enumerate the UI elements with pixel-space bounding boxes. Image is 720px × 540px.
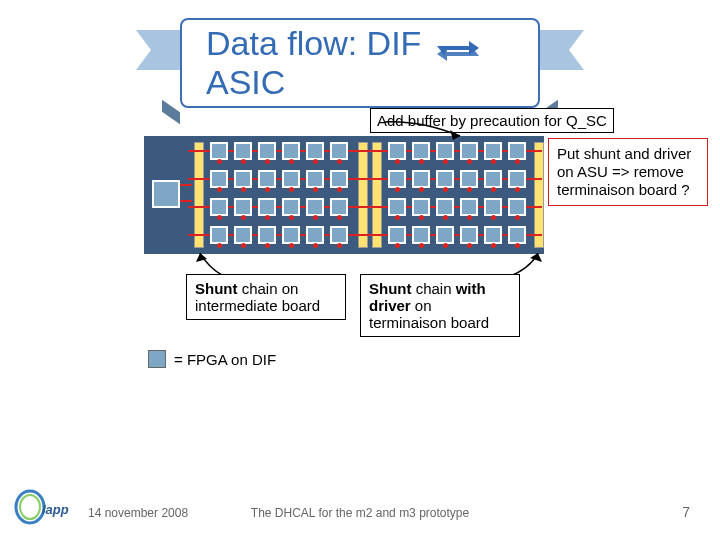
fpga-legend-icon (148, 350, 166, 368)
asic-chip (436, 142, 454, 160)
asic-chip (306, 226, 324, 244)
asic-chip (306, 170, 324, 188)
red-dot (217, 243, 222, 248)
red-dot (515, 243, 520, 248)
asic-chip (436, 198, 454, 216)
asic-chip (330, 170, 348, 188)
asic-chip (484, 142, 502, 160)
asic-chip (306, 198, 324, 216)
red-dot (467, 187, 472, 192)
asic-chip (234, 198, 252, 216)
red-dot (217, 159, 222, 164)
asic-chip (460, 142, 478, 160)
red-dot (313, 187, 318, 192)
asic-chip (508, 198, 526, 216)
red-dot (265, 243, 270, 248)
title-banner: Data flow: DIF ASIC (180, 18, 540, 108)
red-dot (395, 243, 400, 248)
asu-note: Put shunt and driver on ASU => remove te… (548, 138, 708, 206)
asic-chip (412, 226, 430, 244)
red-dot (265, 159, 270, 164)
asic-chip (412, 198, 430, 216)
asic-chip (258, 198, 276, 216)
asic-chip (210, 170, 228, 188)
red-dot (337, 159, 342, 164)
footer-date: 14 november 2008 (88, 506, 188, 520)
asic-chip (436, 226, 454, 244)
asic-chip (388, 170, 406, 188)
banner-ribbon-left (136, 30, 186, 70)
asic-chip (282, 170, 300, 188)
bidirectional-arrow-icon (435, 33, 481, 59)
asic-chip (460, 170, 478, 188)
red-dot (241, 187, 246, 192)
red-dot (241, 215, 246, 220)
red-dot (313, 159, 318, 164)
red-stub (180, 200, 192, 202)
asic-chip (484, 170, 502, 188)
red-dot (395, 187, 400, 192)
red-dot (467, 243, 472, 248)
asic-chip (258, 142, 276, 160)
fpga-legend: = FPGA on DIF (148, 350, 276, 368)
asic-chip (388, 142, 406, 160)
red-dot (241, 243, 246, 248)
lapp-logo: lapp (14, 488, 76, 526)
shunt-terminaison-label: Shunt chain with driver on terminaison b… (360, 274, 520, 337)
asic-chip (508, 170, 526, 188)
red-dot (515, 215, 520, 220)
red-dot (289, 159, 294, 164)
red-dot (313, 243, 318, 248)
asic-chip (412, 170, 430, 188)
red-dot (419, 187, 424, 192)
red-dot (467, 215, 472, 220)
fpga-legend-text: = FPGA on DIF (174, 351, 276, 368)
svg-point-1 (20, 495, 40, 519)
asic-chip (234, 142, 252, 160)
red-dot (289, 215, 294, 220)
red-dot (313, 215, 318, 220)
asic-chip (210, 142, 228, 160)
footer-center: The DHCAL for the m2 and m3 prototype (251, 506, 469, 520)
red-dot (419, 243, 424, 248)
asic-chip (484, 198, 502, 216)
red-dot (289, 187, 294, 192)
asic-chip (210, 226, 228, 244)
asic-chip (460, 198, 478, 216)
red-dot (337, 243, 342, 248)
red-dot (289, 243, 294, 248)
asic-chip (234, 226, 252, 244)
red-dot (443, 159, 448, 164)
banner-fold-left (162, 100, 180, 125)
red-dot (395, 215, 400, 220)
asic-chip (282, 142, 300, 160)
red-dot (419, 159, 424, 164)
shunt-intermediate-label: Shunt chain on intermediate board (186, 274, 346, 320)
asic-chip (508, 226, 526, 244)
red-stub (180, 184, 192, 186)
red-dot (241, 159, 246, 164)
asic-chip (508, 142, 526, 160)
red-dot (337, 187, 342, 192)
asic-chip (436, 170, 454, 188)
banner-ribbon-right (534, 30, 584, 70)
red-dot (515, 159, 520, 164)
red-dot (419, 215, 424, 220)
asic-chip (282, 226, 300, 244)
asic-chip (460, 226, 478, 244)
footer-page-number: 7 (682, 504, 690, 520)
red-dot (265, 215, 270, 220)
red-dot (515, 187, 520, 192)
red-dot (491, 243, 496, 248)
red-dot (337, 215, 342, 220)
red-dot (491, 159, 496, 164)
asic-chip (330, 226, 348, 244)
buffer-note: Add buffer by precaution for Q_SC (370, 108, 614, 133)
asic-chip (484, 226, 502, 244)
asic-chip (388, 226, 406, 244)
asic-chip (306, 142, 324, 160)
svg-text:lapp: lapp (42, 502, 69, 517)
asic-chip (330, 198, 348, 216)
title-box: Data flow: DIF ASIC (180, 18, 540, 108)
asic-chip (412, 142, 430, 160)
